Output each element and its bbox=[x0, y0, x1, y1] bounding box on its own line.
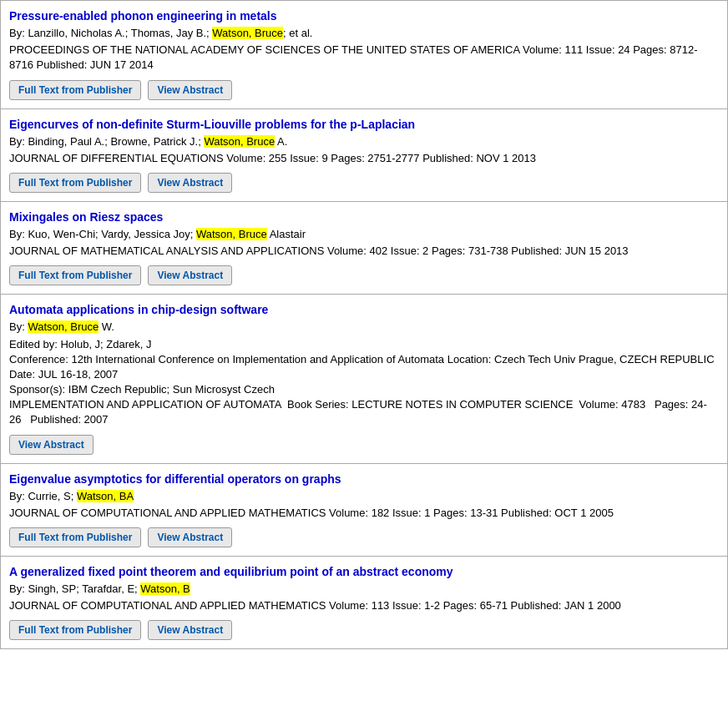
result-title-2[interactable]: Eigencurves of non-definite Sturm-Liouvi… bbox=[9, 118, 415, 131]
authors-after-2: A. bbox=[275, 135, 287, 148]
full-text-button-3[interactable]: Full Text from Publisher bbox=[9, 265, 141, 285]
authors-before-4: By: bbox=[9, 320, 28, 333]
result-journal-3: JOURNAL OF MATHEMATICAL ANALYSIS AND APP… bbox=[9, 244, 719, 259]
authors-after-3: Alastair bbox=[267, 228, 306, 240]
result-item-3: Mixingales on Riesz spacesBy: Kuo, Wen-C… bbox=[0, 202, 728, 295]
result-buttons-4: View Abstract bbox=[9, 435, 719, 455]
view-abstract-button-4[interactable]: View Abstract bbox=[9, 435, 94, 455]
authors-before-5: By: Currie, S; bbox=[9, 490, 77, 502]
result-journal-5: JOURNAL OF COMPUTATIONAL AND APPLIED MAT… bbox=[9, 506, 719, 521]
result-title-1[interactable]: Pressure-enabled phonon engineering in m… bbox=[9, 9, 277, 23]
result-authors-1: By: Lanzillo, Nicholas A.; Thomas, Jay B… bbox=[9, 26, 719, 41]
result-journal-6: JOURNAL OF COMPUTATIONAL AND APPLIED MAT… bbox=[9, 598, 719, 613]
result-authors-4: By: Watson, Bruce W. bbox=[9, 320, 719, 335]
result-item-1: Pressure-enabled phonon engineering in m… bbox=[0, 0, 728, 109]
result-authors-5: By: Currie, S; Watson, BA bbox=[9, 489, 719, 504]
result-title-4[interactable]: Automata applications in chip-design sof… bbox=[9, 303, 268, 316]
result-authors-3: By: Kuo, Wen-Chi; Vardy, Jessica Joy; Wa… bbox=[9, 227, 719, 242]
authors-highlight-1: Watson, Bruce bbox=[212, 27, 283, 39]
result-buttons-2: Full Text from PublisherView Abstract bbox=[9, 173, 719, 193]
authors-highlight-6: Watson, B bbox=[140, 582, 190, 595]
full-text-button-6[interactable]: Full Text from Publisher bbox=[9, 620, 141, 640]
authors-before-3: By: Kuo, Wen-Chi; Vardy, Jessica Joy; bbox=[9, 228, 196, 240]
full-text-button-5[interactable]: Full Text from Publisher bbox=[9, 527, 141, 547]
view-abstract-button-3[interactable]: View Abstract bbox=[148, 265, 232, 285]
result-title-6[interactable]: A generalized fixed point theorem and eq… bbox=[9, 565, 453, 578]
result-journal-1: PROCEEDINGS OF THE NATIONAL ACADEMY OF S… bbox=[9, 43, 719, 73]
authors-after-4: W. bbox=[99, 320, 114, 333]
result-item-4: Automata applications in chip-design sof… bbox=[0, 295, 728, 463]
view-abstract-button-6[interactable]: View Abstract bbox=[148, 620, 232, 640]
view-abstract-button-2[interactable]: View Abstract bbox=[148, 173, 232, 193]
result-buttons-1: Full Text from PublisherView Abstract bbox=[9, 80, 719, 100]
result-journal-2: JOURNAL OF DIFFERENTIAL EQUATIONS Volume… bbox=[9, 151, 719, 166]
result-extra-4: Edited by: Holub, J; Zdarek, J Conferenc… bbox=[9, 337, 719, 428]
result-item-2: Eigencurves of non-definite Sturm-Liouvi… bbox=[0, 109, 728, 202]
result-item-6: A generalized fixed point theorem and eq… bbox=[0, 557, 728, 649]
authors-highlight-2: Watson, Bruce bbox=[204, 135, 275, 148]
result-buttons-5: Full Text from PublisherView Abstract bbox=[9, 527, 719, 547]
result-authors-6: By: Singh, SP; Tarafdar, E; Watson, B bbox=[9, 582, 719, 597]
result-item-5: Eigenvalue asymptotics for differential … bbox=[0, 464, 728, 557]
result-title-3[interactable]: Mixingales on Riesz spaces bbox=[9, 210, 163, 224]
authors-highlight-3: Watson, Bruce bbox=[196, 228, 267, 240]
full-text-button-1[interactable]: Full Text from Publisher bbox=[9, 80, 141, 100]
view-abstract-button-1[interactable]: View Abstract bbox=[148, 80, 232, 100]
authors-before-6: By: Singh, SP; Tarafdar, E; bbox=[9, 582, 140, 595]
authors-before-2: By: Binding, Paul A.; Browne, Patrick J.… bbox=[9, 135, 204, 148]
result-authors-2: By: Binding, Paul A.; Browne, Patrick J.… bbox=[9, 134, 719, 149]
full-text-button-2[interactable]: Full Text from Publisher bbox=[9, 173, 141, 193]
authors-before-1: By: Lanzillo, Nicholas A.; Thomas, Jay B… bbox=[9, 27, 212, 39]
result-title-5[interactable]: Eigenvalue asymptotics for differential … bbox=[9, 472, 341, 486]
result-buttons-3: Full Text from PublisherView Abstract bbox=[9, 265, 719, 285]
authors-highlight-5: Watson, BA bbox=[77, 490, 134, 502]
result-buttons-6: Full Text from PublisherView Abstract bbox=[9, 620, 719, 640]
results-container: Pressure-enabled phonon engineering in m… bbox=[0, 0, 728, 649]
authors-highlight-4: Watson, Bruce bbox=[28, 320, 99, 333]
view-abstract-button-5[interactable]: View Abstract bbox=[148, 527, 232, 547]
authors-after-1: ; et al. bbox=[283, 27, 312, 39]
